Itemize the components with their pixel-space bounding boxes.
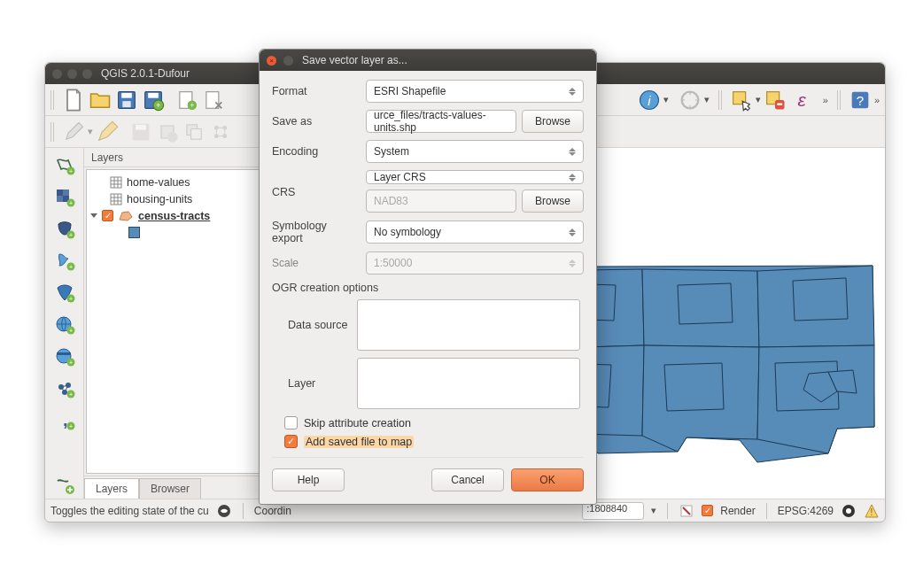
save-project-icon[interactable]: [114, 88, 139, 112]
svg-text:+: +: [68, 264, 72, 270]
svg-text:+: +: [190, 102, 194, 110]
svg-rect-21: [136, 124, 146, 129]
add-spatialite-layer-icon[interactable]: +: [52, 249, 77, 274]
measure-icon[interactable]: [678, 88, 702, 112]
svg-text:+: +: [156, 101, 160, 110]
add-postgis-layer-icon[interactable]: +: [52, 217, 77, 242]
layer-item-home-values[interactable]: home-values: [87, 174, 284, 190]
svg-rect-24: [191, 128, 202, 139]
add-to-map-checkbox[interactable]: [284, 435, 298, 448]
layer-textarea[interactable]: [357, 358, 580, 409]
window-min-btn[interactable]: [67, 69, 77, 79]
format-combo[interactable]: ESRI Shapefile: [366, 80, 584, 103]
scale-input: 1:50000: [366, 251, 584, 275]
crs-status-icon[interactable]: [841, 503, 857, 519]
add-feature-icon[interactable]: [155, 120, 180, 144]
overflow-icon[interactable]: »: [823, 95, 828, 105]
browse-crs-button[interactable]: Browse: [522, 190, 584, 213]
dialog-close-icon[interactable]: ×: [267, 56, 276, 66]
identify-icon[interactable]: i: [637, 88, 662, 112]
datasource-textarea[interactable]: [357, 299, 580, 351]
add-raster-layer-icon[interactable]: +: [52, 185, 77, 210]
ok-button[interactable]: OK: [511, 468, 584, 491]
save-as-icon[interactable]: +: [141, 88, 166, 112]
svg-rect-2: [122, 101, 130, 107]
dropdown-icon[interactable]: ▾: [704, 94, 710, 105]
symbology-combo[interactable]: No symbology: [366, 220, 584, 244]
skip-attr-checkbox[interactable]: [284, 416, 298, 429]
expand-icon[interactable]: [90, 213, 97, 218]
new-project-icon[interactable]: [61, 88, 86, 112]
save-edits-icon[interactable]: [128, 120, 153, 144]
svg-text:+: +: [68, 391, 72, 398]
polygon-symbol-swatch: [128, 227, 140, 238]
status-message: Toggles the editing state of the cu: [50, 505, 209, 517]
svg-text:ε: ε: [797, 89, 806, 110]
crs-mode-combo[interactable]: Layer CRS: [366, 170, 584, 184]
svg-point-63: [846, 508, 851, 514]
render-checkbox[interactable]: [702, 505, 713, 516]
new-print-composer-icon[interactable]: +: [175, 88, 199, 112]
toggle-extents-icon[interactable]: [216, 503, 232, 519]
svg-text:!: !: [871, 507, 873, 517]
add-mssql-layer-icon[interactable]: +: [52, 281, 77, 306]
tab-layers[interactable]: Layers: [84, 478, 139, 499]
datasource-label: Data source: [288, 319, 352, 331]
add-wfs-layer-icon[interactable]: +: [52, 376, 77, 401]
layer-visibility-checkbox[interactable]: [102, 210, 113, 221]
composer-manager-icon[interactable]: [201, 88, 226, 112]
layer-item-housing-units[interactable]: housing-units: [87, 190, 284, 207]
stop-render-icon[interactable]: [679, 503, 694, 519]
svg-rect-58: [111, 177, 121, 188]
add-wms-layer-icon[interactable]: +: [52, 313, 77, 337]
add-wcs-layer-icon[interactable]: +: [52, 344, 77, 369]
tab-browser[interactable]: Browser: [139, 478, 201, 499]
messages-icon[interactable]: !: [864, 503, 880, 519]
open-project-icon[interactable]: [88, 88, 112, 112]
deselect-icon[interactable]: [763, 88, 787, 112]
add-vector-layer-icon[interactable]: +: [52, 153, 77, 178]
move-feature-icon[interactable]: [182, 120, 206, 144]
dialog-titlebar[interactable]: × Save vector layer as...: [260, 50, 596, 71]
pencil-icon[interactable]: [95, 120, 120, 144]
layer-tree[interactable]: home-values housing-units census-tracts: [86, 169, 285, 474]
layers-panel: Layers ▣ home-values housing-units censu…: [84, 148, 288, 499]
browse-saveas-button[interactable]: Browse: [522, 110, 584, 133]
dropdown-icon[interactable]: ▾: [756, 94, 761, 105]
dropdown-icon[interactable]: ▾: [651, 505, 656, 516]
table-icon: [110, 176, 122, 189]
svg-text:+: +: [68, 328, 72, 334]
cancel-button[interactable]: Cancel: [431, 468, 504, 491]
select-single-icon[interactable]: [729, 88, 754, 112]
expression-select-icon[interactable]: ε: [789, 88, 814, 112]
encoding-combo[interactable]: System: [366, 140, 584, 163]
new-shapefile-icon[interactable]: [52, 474, 77, 499]
node-tool-icon[interactable]: [208, 120, 233, 144]
saveas-input[interactable]: urce_files/tracts-values-units.shp: [366, 110, 516, 133]
edit-toggle-icon[interactable]: [61, 120, 86, 144]
help-button[interactable]: Help: [272, 468, 345, 491]
save-vector-dialog: × Save vector layer as... Format ESRI Sh…: [259, 49, 597, 505]
svg-rect-1: [121, 92, 132, 97]
window-close-btn[interactable]: [52, 69, 62, 79]
add-delimited-text-icon[interactable]: ,+: [52, 408, 77, 433]
svg-text:+: +: [68, 168, 72, 174]
main-title: QGIS 2.0.1-Dufour: [101, 67, 190, 80]
overflow-icon[interactable]: »: [874, 95, 880, 105]
help-icon[interactable]: ?: [848, 88, 873, 112]
table-icon: [110, 193, 122, 205]
coordinate-label: Coordin: [254, 505, 291, 517]
svg-text:+: +: [68, 423, 72, 429]
window-max-btn[interactable]: [82, 69, 92, 79]
dialog-min-icon[interactable]: [283, 56, 293, 66]
layer-item-census-tracts[interactable]: census-tracts: [87, 207, 284, 224]
svg-point-22: [167, 132, 178, 143]
ogr-group-label: OGR creation options: [272, 282, 584, 294]
left-dock: + + + + + + + + ,+: [45, 148, 84, 499]
dropdown-icon[interactable]: ▾: [663, 94, 669, 105]
encoding-label: Encoding: [272, 145, 361, 158]
symbology-label: Symbology export: [272, 220, 361, 244]
toolbar-handle[interactable]: [50, 90, 56, 110]
dropdown-icon[interactable]: ▾: [88, 126, 93, 137]
svg-text:+: +: [68, 200, 72, 206]
